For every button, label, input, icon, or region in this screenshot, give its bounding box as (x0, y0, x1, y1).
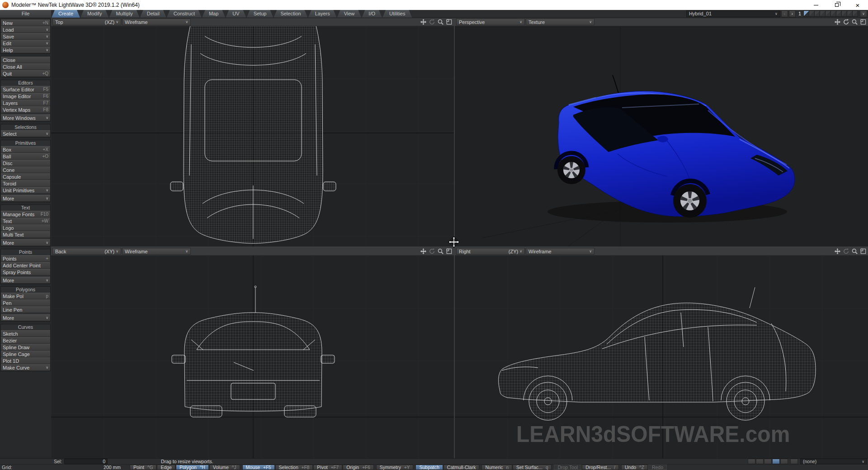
menu-tab[interactable]: Multiply (109, 10, 139, 18)
tool-mode-button[interactable]: Undo ^Z (621, 465, 648, 470)
zoom-icon[interactable] (437, 19, 444, 25)
zoom-icon[interactable] (851, 248, 858, 255)
rotate-icon[interactable] (429, 19, 435, 25)
tool-mode-button[interactable]: Catmull-Clark (443, 465, 480, 470)
tool-mode-button[interactable]: Symmetry +Y (376, 465, 414, 470)
vertex-map-type-button[interactable] (764, 459, 772, 464)
layer-prev-button[interactable]: ‹ (781, 10, 788, 17)
sidebar-button[interactable]: Cone (1, 166, 50, 173)
sidebar-button[interactable]: More ∨ (1, 239, 50, 246)
tool-mode-button[interactable]: Origin +F6 (343, 465, 374, 470)
tool-mode-button[interactable]: Selection +F8 (275, 465, 313, 470)
sidebar-button[interactable]: Close (1, 57, 50, 63)
tool-mode-button[interactable]: Numeric n (481, 465, 512, 470)
tool-mode-button[interactable]: Pivot +F7 (313, 465, 342, 470)
menu-tab[interactable]: Layers (308, 10, 337, 18)
sidebar-button[interactable]: Capsule (1, 173, 50, 180)
pan-icon[interactable] (420, 19, 427, 25)
menu-tab[interactable]: Setup (247, 10, 274, 18)
view-type-select[interactable]: Top (XZ) ∨ (52, 19, 121, 25)
vertex-map-type-button[interactable] (756, 459, 764, 464)
viewport-top-canvas[interactable] (51, 26, 454, 247)
sidebar-button[interactable]: Spray Points (1, 269, 50, 275)
sidebar-button[interactable]: Edit ∨ (1, 40, 50, 47)
sidebar-button[interactable]: Make Pol p (1, 293, 50, 299)
sidebar-button[interactable]: Quit +Q (1, 70, 50, 77)
tool-mode-button[interactable]: Edge (157, 465, 175, 470)
maximize-icon[interactable] (446, 248, 453, 255)
sidebar-button[interactable]: More Windows ∨ (1, 114, 50, 121)
sidebar-button[interactable]: Plot 1D (1, 357, 50, 364)
sidebar-button[interactable]: Vertex Maps F8 (1, 106, 50, 113)
sidebar-button[interactable]: Pen (1, 299, 50, 306)
sidebar-button[interactable]: Spline Draw (1, 344, 50, 351)
tool-mode-button[interactable]: Set Surfac... q (513, 465, 552, 470)
tool-mode-button[interactable]: Redo (648, 465, 667, 470)
menu-tab[interactable]: Construct (167, 10, 202, 18)
menu-tab[interactable]: Create (52, 10, 80, 18)
render-mode-select[interactable]: Wireframe ∨ (122, 19, 191, 25)
view-type-select[interactable]: Back (XY) ∨ (52, 248, 121, 255)
sidebar-button[interactable]: Box +X (1, 146, 50, 153)
render-mode-select[interactable]: Texture ∨ (526, 19, 594, 25)
menu-tab[interactable]: File (0, 10, 51, 18)
view-type-select[interactable]: Right (ZY) ∨ (456, 248, 525, 255)
close-button[interactable]: × (847, 0, 868, 10)
menu-tab[interactable]: UV (226, 10, 246, 18)
tool-mode-button[interactable]: Mouse +F5 (242, 465, 275, 470)
layer-menu-button[interactable]: ∨ (860, 10, 867, 17)
menu-tab[interactable]: Detail (140, 10, 166, 18)
sidebar-button[interactable]: Add Center Point (1, 262, 50, 269)
sidebar-button[interactable]: Toroid (1, 180, 50, 187)
sidebar-button[interactable]: Make Curve ∨ (1, 364, 50, 371)
layer-next-button[interactable]: › (789, 10, 796, 17)
pan-icon[interactable] (834, 248, 841, 255)
pan-icon[interactable] (834, 19, 841, 25)
sidebar-button[interactable]: New +N (1, 19, 50, 26)
sidebar-button[interactable]: Sketch (1, 330, 50, 337)
menu-tab[interactable]: Map (202, 10, 225, 18)
sidebar-button[interactable]: Spline Cage (1, 351, 50, 357)
rotate-icon[interactable] (843, 248, 849, 255)
sidebar-button[interactable]: Image Editor F6 (1, 93, 50, 100)
sidebar-button[interactable]: Manage Fonts F10 (1, 211, 50, 218)
sidebar-button[interactable]: More ∨ (1, 195, 50, 202)
sidebar-button[interactable]: Surface Editor F5 (1, 86, 50, 93)
viewport-perspective-canvas[interactable] (455, 26, 868, 247)
zoom-icon[interactable] (851, 19, 858, 25)
sidebar-button[interactable]: More ∨ (1, 314, 50, 321)
view-type-select[interactable]: Perspective ∨ (456, 19, 525, 25)
tool-mode-button[interactable]: Polygon ^H (176, 465, 209, 470)
sidebar-button[interactable]: Multi Text (1, 231, 50, 238)
tool-mode-button[interactable]: Volume ^J (209, 465, 240, 470)
sidebar-button[interactable]: Help ∨ (1, 47, 50, 53)
rotate-icon[interactable] (429, 248, 435, 255)
sidebar-button[interactable]: Line Pen (1, 306, 50, 313)
tool-mode-button[interactable]: Subpatch (415, 465, 443, 470)
menu-tab[interactable]: Selection (274, 10, 307, 18)
viewport-back-canvas[interactable] (51, 256, 454, 458)
tool-mode-button[interactable]: Drop Tool (554, 465, 581, 470)
sidebar-button[interactable]: Close All (1, 63, 50, 70)
vertex-map-type-button[interactable] (790, 459, 798, 464)
rotate-icon[interactable] (843, 19, 849, 25)
restore-button[interactable] (826, 0, 847, 10)
maximize-icon[interactable] (860, 19, 867, 25)
menu-tab[interactable]: Utilities (382, 10, 412, 18)
maximize-icon[interactable] (446, 19, 453, 25)
viewport-right-canvas[interactable]: LEARN3dSOFTWARE.com (455, 256, 868, 458)
sidebar-button[interactable]: Load ∨ (1, 26, 50, 33)
sidebar-button[interactable]: Layers F7 (1, 100, 50, 106)
render-mode-select[interactable]: Wireframe ∨ (526, 248, 594, 255)
object-selector[interactable]: Hybrid_01 ∨ (686, 10, 780, 17)
sidebar-button[interactable]: Points + (1, 255, 50, 262)
sidebar-button[interactable]: Save ∨ (1, 33, 50, 40)
tool-mode-button[interactable]: Point ^G (130, 465, 156, 470)
tool-mode-button[interactable]: Drop/Rest... / (582, 465, 619, 470)
menu-tab[interactable]: I/O (362, 10, 382, 18)
vertex-map-type-button[interactable] (748, 459, 755, 464)
menu-tab[interactable]: Modify (80, 10, 108, 18)
sidebar-button[interactable]: Bezier (1, 337, 50, 344)
sidebar-button[interactable]: Ball +O (1, 153, 50, 160)
maximize-icon[interactable] (860, 248, 867, 255)
